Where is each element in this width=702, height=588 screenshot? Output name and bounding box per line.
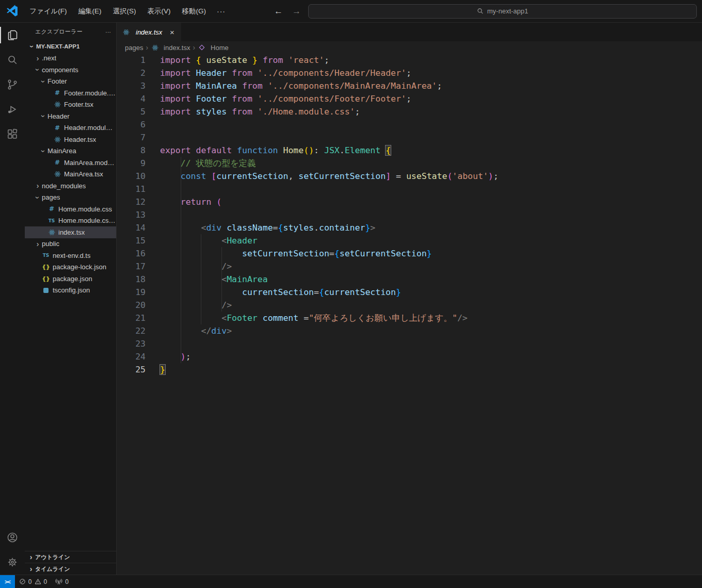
tree-item-mainarea[interactable]: ›MainArea [25, 145, 116, 157]
tree-item-home-module-css[interactable]: #Home.module.css [25, 203, 116, 215]
tree-item-package-lock-json[interactable]: {}package-lock.json [25, 262, 116, 273]
breadcrumb: pages›index.tsx›Home [117, 41, 702, 54]
tree-item-label: Home.module.css.d.ts [58, 217, 116, 224]
code-line[interactable]: 19 currentSection={currentSection} [117, 286, 702, 299]
css-icon: # [53, 159, 61, 166]
code-line[interactable]: 10 const [currentSection, setCurrentSect… [117, 170, 702, 183]
breadcrumb-item-index-tsx[interactable]: index.tsx [151, 44, 190, 52]
settings-gear-icon[interactable] [0, 550, 25, 575]
menu-go[interactable]: 移動(G) [177, 4, 212, 19]
code-line[interactable]: 23 [117, 337, 702, 350]
history-nav: ← → [274, 6, 301, 17]
menu-file[interactable]: ファイル(F) [24, 4, 73, 19]
code-line[interactable]: 17 /> [117, 260, 702, 273]
code-line[interactable]: 24 ); [117, 350, 702, 363]
breadcrumb-item-home[interactable]: Home [198, 44, 229, 52]
history-back-button[interactable]: ← [274, 6, 283, 17]
code-line[interactable]: 7 [117, 131, 702, 144]
tree-item-header-module-css[interactable]: #Header.module.css [25, 122, 116, 134]
tree-item-header-tsx[interactable]: Header.tsx [25, 134, 116, 145]
breadcrumb-separator: › [193, 43, 195, 52]
line-number: 21 [117, 312, 146, 324]
search-sidebar-icon[interactable] [0, 47, 25, 72]
tree-item-label: package-lock.json [53, 263, 106, 271]
tab-index-tsx[interactable]: index.tsx × [117, 23, 181, 41]
code-line[interactable]: 9 // 状態の型を定義 [117, 157, 702, 170]
remote-indicator[interactable]: >< [0, 575, 15, 588]
tree-item-next-env-d-ts[interactable]: TSnext-env.d.ts [25, 250, 116, 262]
tab-label: index.tsx [136, 28, 162, 36]
tree-item-footer-module-css[interactable]: #Footer.module.css [25, 87, 116, 99]
tree-item-next[interactable]: ›.next [25, 53, 116, 64]
sidebar-more-button[interactable]: ··· [105, 29, 111, 35]
timeline-section-label: タイムライン [35, 565, 70, 573]
menu-selection[interactable]: 選択(S) [107, 4, 142, 19]
code-line[interactable]: 2import Header from '../components/Heade… [117, 67, 702, 79]
menu-view[interactable]: 表示(V) [142, 4, 177, 19]
code-line[interactable]: 14 <div className={styles.container}> [117, 221, 702, 234]
tree-item-index-tsx[interactable]: index.tsx [25, 226, 116, 238]
code-area[interactable]: 1import { useState } from 'react';2impor… [117, 54, 702, 575]
breadcrumb-label: pages [125, 44, 143, 52]
tree-item-mainarea-module[interactable]: #MainArea.module.... [25, 157, 116, 169]
activity-bar [0, 23, 25, 575]
breadcrumb-item-pages[interactable]: pages [125, 44, 143, 52]
explorer-icon[interactable] [0, 23, 25, 47]
code-line[interactable]: 11 [117, 183, 702, 195]
react-icon [151, 44, 159, 51]
tsconfig-icon [42, 288, 50, 293]
history-forward-button[interactable]: → [292, 6, 301, 17]
code-line[interactable]: 16 setCurrentSection={setCurrentSection} [117, 247, 702, 260]
tree-item-footer[interactable]: ›Footer [25, 76, 116, 88]
tree-item-pages[interactable]: ›pages [25, 192, 116, 204]
close-icon[interactable]: × [168, 28, 176, 37]
line-number: 25 [117, 363, 146, 376]
tree-item-mainarea-tsx[interactable]: MainArea.tsx [25, 169, 116, 181]
outline-section[interactable]: › アウトライン [25, 551, 116, 563]
tree-item-package-json[interactable]: {}package.json [25, 273, 116, 285]
code-line[interactable]: 5import styles from './Home.module.css'; [117, 105, 702, 118]
account-icon[interactable] [0, 525, 25, 550]
react-icon [53, 136, 61, 143]
code-line[interactable]: 20 /> [117, 299, 702, 312]
tree-item-label: next-env.d.ts [53, 252, 90, 259]
menu-edit[interactable]: 編集(E) [73, 4, 107, 19]
code-line[interactable]: 13 [117, 208, 702, 221]
tree-item-home-module-css-d-ts[interactable]: TSHome.module.css.d.ts [25, 215, 116, 227]
line-number: 4 [117, 92, 146, 105]
code-line[interactable]: 18 <MainArea [117, 273, 702, 286]
ports-status[interactable]: 0 [51, 575, 73, 588]
typescript-icon: TS [47, 218, 56, 223]
tree-item-node-modules[interactable]: ›node_modules [25, 180, 116, 192]
tree-item-components[interactable]: ›components [25, 64, 116, 76]
tree-item-footer-tsx[interactable]: Footer.tsx [25, 99, 116, 111]
remote-icon: >< [5, 579, 10, 585]
code-line[interactable]: 15 <Header [117, 234, 702, 247]
code-line[interactable]: 1import { useState } from 'react'; [117, 54, 702, 67]
code-line[interactable]: 6 [117, 118, 702, 131]
line-number: 6 [117, 118, 146, 131]
code-line[interactable]: 12 return ( [117, 195, 702, 208]
tree-item-header[interactable]: ›Header [25, 110, 116, 122]
tree-item-public[interactable]: ›public [25, 238, 116, 250]
code-line[interactable]: 25} [117, 363, 702, 376]
code-line[interactable]: 3import MainArea from '../components/Mai… [117, 79, 702, 92]
code-line[interactable]: 4import Footer from '../components/Foote… [117, 92, 702, 105]
tree-item-tsconfig-json[interactable]: tsconfig.json [25, 285, 116, 297]
code-line[interactable]: 21 <Footer comment ="何卒よろしくお願い申し上げます。"/> [117, 312, 702, 324]
problems-status[interactable]: 0 0 [15, 575, 51, 588]
line-number: 18 [117, 273, 146, 286]
line-number: 10 [117, 170, 146, 183]
react-icon [53, 171, 61, 177]
menu-more-button[interactable]: ··· [212, 7, 231, 15]
tree-item-label: Header [47, 112, 70, 120]
tree-item-my-next-app1[interactable]: ›MY-NEXT-APP1 [25, 41, 116, 53]
extensions-icon[interactable] [0, 122, 25, 146]
line-number: 22 [117, 324, 146, 337]
source-control-icon[interactable] [0, 72, 25, 97]
timeline-section[interactable]: › タイムライン [25, 563, 116, 575]
command-center-search[interactable]: my-next-app1 [308, 4, 697, 19]
code-line[interactable]: 22 </div> [117, 324, 702, 337]
code-line[interactable]: 8export default function Home(): JSX.Ele… [117, 144, 702, 157]
run-debug-icon[interactable] [0, 97, 25, 122]
